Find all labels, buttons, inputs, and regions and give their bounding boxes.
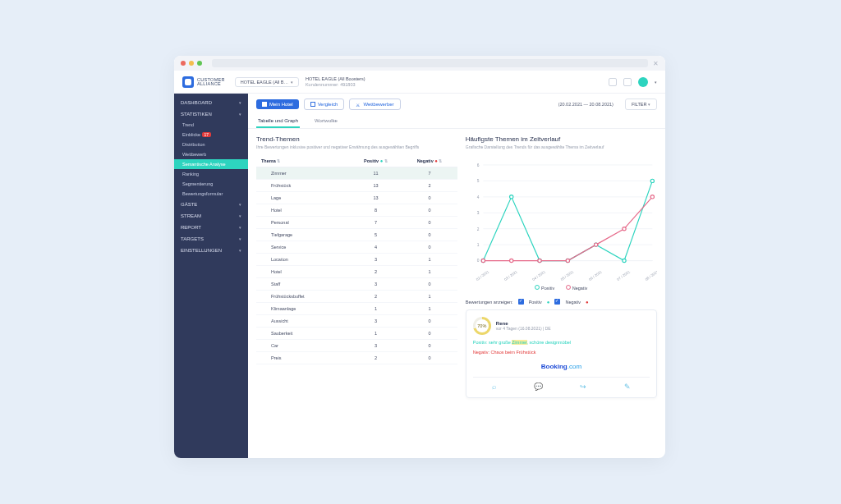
svg-text:08 / 2021: 08 / 2021 <box>644 269 657 282</box>
table-row[interactable]: Zimmer117 <box>256 167 457 180</box>
table-row[interactable]: Frühstücksbuffet21 <box>256 291 457 303</box>
chart-subtitle: Grafische Darstellung des Trends für das… <box>466 144 657 150</box>
filter-button[interactable]: FILTER ▾ <box>625 99 657 110</box>
user-avatar[interactable] <box>638 77 648 87</box>
sidebar-item-einstellungen[interactable]: EINSTELLUNGEN▾ <box>174 245 248 256</box>
table-row[interactable]: Klimaanlage11 <box>256 303 457 315</box>
action-share-icon[interactable]: ↪ <box>580 383 586 391</box>
svg-text:1: 1 <box>477 243 480 247</box>
app-window: ✕ CUSTOMERALLIANCE HOTEL EAGLE (All B…▾ … <box>174 56 665 458</box>
sidebar-item-targets[interactable]: TARGETS▾ <box>174 233 248 245</box>
svg-point-33 <box>594 243 597 246</box>
svg-point-34 <box>623 227 626 231</box>
sidebar-item-gäste[interactable]: GÄSTE▾ <box>174 199 248 210</box>
table-row[interactable]: Location31 <box>256 254 457 266</box>
svg-text:02 / 2021: 02 / 2021 <box>475 269 489 282</box>
minimize-dot[interactable] <box>189 61 194 66</box>
sidebar-item-semantische-analyse[interactable]: Semantische Analyse <box>174 159 248 169</box>
review-filter-row: Bewertungen anzeigen: Positiv● Negativ● <box>466 299 657 305</box>
brand-logo <box>182 76 194 88</box>
table-row[interactable]: Aussicht30 <box>256 315 457 328</box>
trend-table: Thema ⇅ Positiv ● ⇅ Negativ ● ⇅ Zimmer11… <box>256 155 457 364</box>
col-positiv[interactable]: Positiv ● ⇅ <box>349 155 402 167</box>
review-negative: Negativ: Chaos beim Frühstück <box>473 350 650 355</box>
review-card: 70% Rene vor 4 Tagen (16.08.2021) | DE P… <box>466 309 657 398</box>
sidebar-item-stream[interactable]: STREAM▾ <box>174 210 248 222</box>
svg-text:2: 2 <box>477 227 480 231</box>
svg-point-27 <box>623 259 626 262</box>
table-row[interactable]: Hotel21 <box>256 266 457 278</box>
trend-chart: 012345602 / 202103 / 202104 / 202105 / 2… <box>466 158 657 282</box>
svg-text:4: 4 <box>477 195 480 199</box>
header-icon-1[interactable] <box>609 78 617 86</box>
svg-text:06 / 2021: 06 / 2021 <box>588 269 603 282</box>
header-icon-2[interactable] <box>623 78 632 86</box>
review-source: Booking.com <box>473 363 650 370</box>
svg-text:07 / 2021: 07 / 2021 <box>616 269 631 282</box>
sidebar-item-segmentierung[interactable]: Segmentierung <box>174 179 248 189</box>
sidebar-item-wettbewerb[interactable]: Wettbewerb <box>174 149 248 159</box>
svg-text:05 / 2021: 05 / 2021 <box>559 269 574 282</box>
svg-point-29 <box>481 259 485 262</box>
svg-point-28 <box>650 179 654 182</box>
review-positive: Positiv: sehr große Zimmer, schöne desig… <box>473 340 650 345</box>
action-edit-icon[interactable]: ✎ <box>624 383 631 391</box>
svg-point-23 <box>509 195 512 199</box>
sidebar-item-ranking[interactable]: Ranking <box>174 169 248 179</box>
svg-text:5: 5 <box>477 179 480 183</box>
sidebar-item-distribution[interactable]: Distribution <box>174 140 248 149</box>
trend-subtitle: Ihre Bewertungen inklusive positiver und… <box>256 144 457 150</box>
tab-table-graph[interactable]: Tabelle und Graph <box>256 115 300 128</box>
table-row[interactable]: Hotel80 <box>256 204 457 217</box>
action-comment-icon[interactable]: 💬 <box>534 383 543 391</box>
table-row[interactable]: Personal70 <box>256 217 457 229</box>
user-menu-caret[interactable]: ▾ <box>655 80 657 85</box>
close-dot[interactable] <box>181 61 186 66</box>
table-row[interactable]: Lage130 <box>256 192 457 204</box>
svg-text:3: 3 <box>477 211 480 215</box>
svg-text:04 / 2021: 04 / 2021 <box>531 269 546 282</box>
filter-pos-check[interactable] <box>518 299 524 305</box>
table-row[interactable]: Tiefgarage50 <box>256 229 457 241</box>
chart-legend: Positiv Negativ <box>466 285 657 291</box>
brand-name: CUSTOMERALLIANCE <box>197 78 225 86</box>
svg-point-35 <box>650 195 654 199</box>
table-row[interactable]: Service40 <box>256 241 457 254</box>
sidebar-item-einblicke[interactable]: Einblicke 17 <box>174 130 248 140</box>
chart-title: Häufigste Themen im Zeitverlauf <box>466 135 657 143</box>
address-bar[interactable] <box>212 59 648 67</box>
hotel-selector[interactable]: HOTEL EAGLE (All B…▾ <box>235 77 299 87</box>
os-titlebar: ✕ <box>174 56 665 71</box>
table-row[interactable]: Staff30 <box>256 278 457 291</box>
table-row[interactable]: Frühstück132 <box>256 180 457 192</box>
trend-title: Trend-Themen <box>256 135 457 143</box>
svg-point-30 <box>509 259 512 262</box>
vergleich-button[interactable]: Vergleich <box>304 99 345 110</box>
sidebar-item-statistiken[interactable]: STATISTIKEN▾ <box>174 108 248 120</box>
wettbewerber-button[interactable]: ⚔Wettbewerber <box>349 99 400 110</box>
maximize-dot[interactable] <box>197 61 202 66</box>
svg-text:03 / 2021: 03 / 2021 <box>503 269 518 282</box>
hotel-meta: HOTEL EAGLE (All Boosters) Kundennummer:… <box>306 76 365 88</box>
sidebar-item-dashboard[interactable]: DASHBOARD▾ <box>174 97 248 108</box>
table-row[interactable]: Sauberkeit10 <box>256 328 457 340</box>
date-range[interactable]: (20.02.2021 — 20.08.2021) <box>558 102 614 107</box>
action-reply-icon[interactable]: ⌕ <box>492 383 496 391</box>
filter-neg-check[interactable] <box>554 299 560 305</box>
mein-hotel-button[interactable]: Mein Hotel <box>256 99 299 109</box>
svg-point-32 <box>566 259 569 262</box>
col-negativ[interactable]: Negativ ● ⇅ <box>402 155 457 167</box>
sidebar-item-trend[interactable]: Trend <box>174 120 248 130</box>
review-score-badge: 70% <box>473 317 491 335</box>
close-icon[interactable]: ✕ <box>653 60 659 67</box>
table-row[interactable]: Car30 <box>256 340 457 352</box>
svg-text:6: 6 <box>477 163 480 167</box>
table-row[interactable]: Preis20 <box>256 352 457 364</box>
sidebar-item-bewertungsformular[interactable]: Bewertungsformular <box>174 189 248 199</box>
tab-wordcloud[interactable]: Wortwolke <box>313 115 339 128</box>
review-meta: vor 4 Tagen (16.08.2021) | DE <box>496 326 551 331</box>
col-thema[interactable]: Thema ⇅ <box>256 155 349 167</box>
sidebar-item-report[interactable]: REPORT▾ <box>174 222 248 233</box>
svg-point-31 <box>538 259 541 262</box>
svg-text:0: 0 <box>477 259 480 263</box>
